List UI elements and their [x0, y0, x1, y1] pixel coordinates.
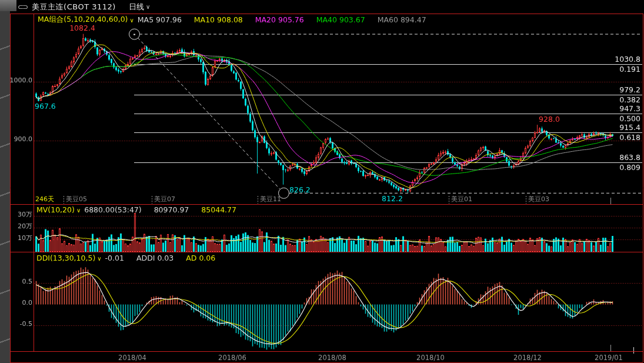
ddi-indicator-row: DDI(13,30,10,5) ∨ -0.01ADDI 0.03AD 0.06: [36, 254, 228, 262]
chart-canvas[interactable]: [0, 0, 644, 363]
instrument-icon: ⊂⊃: [18, 3, 27, 11]
ma-value: MA40 903.67: [316, 15, 365, 24]
chevron-down-icon[interactable]: ∨: [97, 255, 101, 262]
mv-value: 80970.97: [154, 205, 189, 214]
ddi-value: ADDI 0.03: [136, 254, 173, 262]
ddi-label[interactable]: DDI(13,30,10,5): [36, 254, 95, 262]
ddi-values: -0.01ADDI 0.03AD 0.06: [105, 254, 228, 262]
mv-value: 6880.00(53:47): [84, 205, 141, 214]
ma-value: MA10 908.08: [194, 15, 243, 24]
ddi-value: -0.01: [105, 254, 124, 262]
chevron-down-icon[interactable]: ∨: [76, 207, 81, 214]
ddi-value: AD 0.06: [186, 254, 215, 262]
ma-value: MA60 894.47: [378, 15, 426, 24]
chevron-down-icon[interactable]: ∨: [130, 17, 134, 24]
volume-indicator-row: MV(10,20) ∨ 6880.00(53:47)80970.9785044.…: [36, 205, 249, 214]
ma-value: MA5 907.96: [138, 15, 182, 24]
trading-terminal-window: ⊂⊃ 美豆主连(CBOT 3112) 日线 ∨ MA组合(5,10,20,40,…: [0, 0, 644, 363]
instrument-title: 美豆主连(CBOT 3112): [32, 2, 116, 12]
title-bar: ⊂⊃ 美豆主连(CBOT 3112) 日线 ∨: [18, 1, 150, 12]
ma-value: MA20 905.76: [255, 15, 304, 24]
ma-indicator-row: MA组合(5,10,20,40,60,0) ∨ MA5 907.96MA10 9…: [38, 15, 439, 25]
chevron-down-icon[interactable]: ∨: [146, 4, 150, 10]
ma-values: MA5 907.96MA10 908.08MA20 905.76MA40 903…: [138, 15, 439, 24]
mv-value: 85044.77: [201, 205, 236, 214]
window-corner-block: [0, 0, 16, 11]
mv-values: 6880.00(53:47)80970.9785044.77: [84, 205, 249, 214]
left-resize-gutter[interactable]: [0, 0, 10, 363]
ma-group-label[interactable]: MA组合(5,10,20,40,60,0): [38, 15, 128, 25]
period-selector[interactable]: 日线: [129, 2, 144, 12]
mv-label[interactable]: MV(10,20): [36, 205, 75, 214]
